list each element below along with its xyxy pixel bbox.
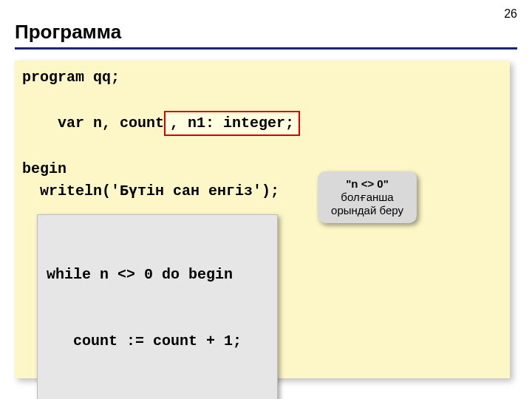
callout-text: орындай беру xyxy=(331,204,403,216)
loop-line: while n <> 0 do begin xyxy=(47,264,268,286)
page-title: Программа xyxy=(15,21,121,44)
code-line: var n, count, n1: integer; xyxy=(22,89,502,158)
code-line: program qq; xyxy=(22,66,502,89)
callout-quote: "n <> 0" xyxy=(346,177,389,190)
callout-bubble: "n <> 0" болғанша орындай беру xyxy=(318,171,417,223)
highlight-var-decl: , n1: integer; xyxy=(164,111,300,136)
callout-text: болғанша xyxy=(341,191,393,203)
title-rule xyxy=(15,47,517,50)
code-line: begin xyxy=(22,158,502,180)
page-number: 26 xyxy=(504,7,517,21)
loop-line: count := count + 1; xyxy=(47,330,268,352)
loop-box: while n <> 0 do begin count := count + 1… xyxy=(37,214,278,399)
code-text: var n, count xyxy=(58,115,164,132)
code-line: writeln('Бүтін сан енгіз'); xyxy=(22,180,502,202)
